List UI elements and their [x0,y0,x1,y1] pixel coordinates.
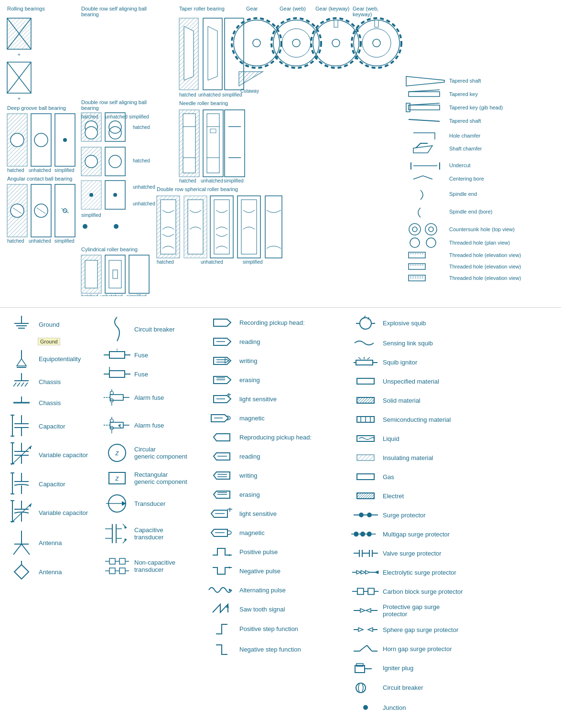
svg-marker-249 [229,567,232,568]
svg-point-32 [109,155,121,168]
svg-line-123 [21,383,24,386]
svg-point-104 [426,238,436,247]
double-row-title2: bearing [81,11,99,17]
pos-step-label: Positive step function [239,625,298,632]
gear-keyway-title: Gear (keyway) [315,6,350,11]
junction-label: Junction [383,704,406,711]
neg-pulse-item: Negative pulse [208,563,346,578]
svg-rect-54 [203,110,223,177]
gear-title: Gear [246,6,258,11]
alarm-fuse1-symbol [103,385,131,409]
reading1-item: reading [208,334,346,349]
unspecified-mat-item: Unspecified material [351,374,490,389]
electret-symbol [351,491,380,501]
svg-rect-55 [207,114,219,173]
light-sensitive1-label: light sensitive [239,396,277,403]
antenna1-label: Antenna [39,539,62,546]
svg-point-83 [362,29,391,57]
svg-rect-59 [225,110,245,177]
erasing1-label: erasing [239,376,260,384]
electret-label: Electret [383,492,404,500]
var-capacitor-symbol [7,442,36,468]
explosive-squib-label: Explosive squib [383,320,426,327]
svg-line-260 [358,357,361,359]
svg-point-37 [83,224,87,229]
ground-label: Ground [39,321,59,328]
surge-protector-label: Surge protector [383,512,426,519]
writing2-item: writing [208,468,346,483]
svg-rect-40 [85,260,97,288]
threaded-hole-elev1-label: Threaded hole (elevation view) [449,252,521,258]
sensing-link-label: Sensing link squib [383,340,433,347]
gear-web-keyway-title2: keyway) [353,11,372,17]
hatched-cyl: hatched [81,294,98,296]
rec-pickup-head-item: Recording pickup head: [208,315,346,330]
plus-label: + [18,52,21,57]
threaded-hole-plan-label: Threaded hole (plan view) [449,240,510,246]
svg-rect-41 [105,255,125,293]
light-sensitive1-symbol [208,393,237,405]
gas-symbol [351,472,380,482]
svg-marker-307 [366,609,371,612]
svg-point-77 [271,18,321,68]
svg-point-11 [34,133,48,147]
taper-roller-title: Taper roller bearing [179,6,225,11]
svg-line-121 [13,383,16,386]
protective-gap-label: Protective gap surgeprotector [383,603,440,618]
svg-line-122 [17,383,20,386]
chassis2-label: Chassis [39,399,61,407]
ground-tooltip-item: Ground [36,338,98,345]
double-spherical-title: Double row spherical roller bearing [157,186,238,192]
unhatched-cyl: unhatched [100,294,123,296]
ground-tooltip: Ground [38,338,60,345]
svg-point-180 [110,419,113,422]
rect-generic-symbol: z [103,469,131,488]
svg-text:z: z [115,449,119,457]
svg-point-74 [273,20,319,66]
svg-point-319 [363,705,368,710]
svg-marker-88 [406,76,444,86]
liquid-symbol [351,434,380,443]
magnetic2-symbol [208,527,237,539]
svg-point-25 [85,127,97,139]
fuse2-symbol [103,367,131,381]
var-capacitor-label: Variable capacitor [39,451,88,459]
transducer-label: Transducer [134,500,165,507]
fuse2-item: Fuse [103,366,203,382]
erasing1-symbol [208,374,237,386]
col2: Circuit breaker Fuse [100,315,205,719]
circuit-breaker-item: Circuit breaker [103,315,203,343]
shaft-chamfer-label: Shaft chamfer [449,146,482,151]
horn-gap-symbol [351,642,380,656]
unhatched-row3: unhatched [133,184,155,190]
light-sensitive2-symbol [208,508,237,520]
circuit-breaker-label: Circuit breaker [134,326,175,333]
svg-rect-214 [119,568,125,574]
semiconducting-symbol [351,415,380,424]
noncap-transducer-label: Non-capacitivetransducer [134,559,175,573]
magnetic2-item: magnetic [208,525,346,540]
svg-rect-209 [119,558,125,564]
protective-gap-symbol [351,605,380,617]
svg-point-103 [410,238,420,247]
gear-web-keyway-title: Gear (web, [353,6,378,11]
fuse2-label: Fuse [134,371,148,378]
svg-rect-89 [409,92,440,96]
cap-transducer-item: Capacitivetransducer [103,519,203,548]
unhatched-taper: unhatched [198,92,221,97]
rep-pickup-symbol [208,431,237,443]
reading2-item: reading [208,449,346,464]
svg-point-28 [109,127,121,139]
antenna2-symbol [7,560,36,584]
sphere-gap-symbol [351,624,380,636]
capacitor-label: Capacitor [39,423,65,430]
saw-tooth-symbol [208,602,237,616]
surge-protector-symbol [351,510,380,520]
undercut-label: Undercut [449,162,471,168]
svg-rect-58 [210,129,216,133]
mechanical-symbols-section: Rolling bearings Double row self alignin… [0,0,561,308]
svg-rect-179 [110,422,123,428]
svg-point-318 [356,683,366,693]
igniter-plug-item: Igniter plug [351,660,490,675]
svg-rect-91 [409,105,440,110]
